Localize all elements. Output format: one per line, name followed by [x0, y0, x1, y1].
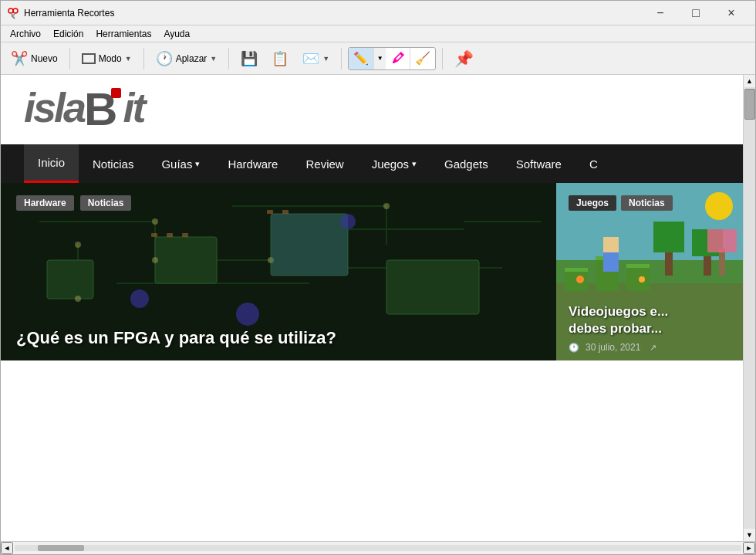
nav-juegos[interactable]: Juegos ▾: [358, 144, 430, 183]
site-logo-area: isla B it: [1, 75, 743, 144]
maximize-button[interactable]: □: [678, 1, 714, 25]
guias-arrow: ▾: [195, 159, 200, 169]
copy-button[interactable]: 📋: [266, 47, 294, 70]
close-button[interactable]: ×: [714, 1, 749, 25]
svg-line-3: [13, 13, 15, 15]
nav-inicio[interactable]: Inicio: [24, 144, 79, 183]
aplazar-label: Aplazar: [176, 53, 208, 64]
svg-rect-46: [653, 222, 684, 252]
article-side-title-text: Videojuegos e...debes probar...: [569, 304, 668, 336]
modo-button[interactable]: Modo ▼: [76, 50, 137, 67]
menu-archivo[interactable]: Archivo: [4, 27, 47, 41]
website-content: isla B it Inicio Noticias: [1, 75, 743, 541]
site-logo: isla B it: [24, 86, 143, 133]
logo-it: it: [123, 86, 143, 128]
title-bar-buttons: − □ ×: [643, 1, 749, 25]
app-icon: [7, 7, 19, 19]
svg-rect-26: [182, 233, 188, 237]
pen-tool-dropdown[interactable]: ▼: [373, 48, 386, 69]
svg-point-51: [576, 276, 584, 283]
menu-ayuda[interactable]: Ayuda: [157, 27, 196, 41]
svg-rect-17: [155, 237, 217, 283]
article-main[interactable]: Hardware Noticias ¿Qué es un FPGA y para…: [1, 183, 556, 360]
svg-point-34: [75, 296, 81, 302]
content-area: isla B it Inicio Noticias: [1, 75, 755, 541]
separator-1: [69, 48, 70, 69]
scroll-left-button[interactable]: ◄: [1, 542, 13, 554]
badge-noticias[interactable]: Noticias: [80, 195, 132, 211]
save-button[interactable]: 💾: [235, 47, 263, 70]
eraser-tool[interactable]: 🧹: [410, 48, 435, 69]
badge-noticias-side[interactable]: Noticias: [621, 195, 673, 211]
nuevo-button[interactable]: ✂️ Nuevo: [5, 47, 63, 70]
menu-edicion[interactable]: Edición: [47, 27, 89, 41]
highlighter-icon: 🖍: [392, 52, 404, 66]
separator-3: [228, 48, 229, 69]
svg-point-52: [639, 276, 645, 283]
aplazar-dropdown-arrow: ▼: [210, 55, 217, 63]
svg-rect-49: [603, 237, 619, 252]
pin-button[interactable]: 📌: [449, 46, 479, 71]
svg-rect-54: [707, 229, 737, 252]
svg-rect-44: [626, 264, 650, 268]
scroll-thumb-h[interactable]: [38, 545, 84, 551]
nav-software[interactable]: Software: [502, 144, 575, 183]
save-icon: 💾: [241, 50, 258, 67]
logo-isla: isla: [24, 86, 84, 128]
share-icon: ↗: [650, 343, 656, 353]
title-bar-text: Herramienta Recortes: [24, 8, 643, 19]
scroll-right-button[interactable]: ►: [743, 542, 755, 554]
article-side[interactable]: Juegos Noticias Videojuegos e...debes pr…: [556, 183, 743, 360]
email-icon: ✉️: [302, 50, 319, 67]
article-main-badges: Hardware Noticias: [16, 195, 131, 211]
window: Herramienta Recortes − □ × Archivo Edici…: [0, 0, 756, 555]
svg-rect-50: [603, 252, 619, 272]
scroll-down-button[interactable]: ▼: [744, 529, 756, 541]
email-button[interactable]: ✉️ ▼: [297, 47, 335, 70]
scroll-track-h[interactable]: [15, 545, 741, 551]
clock-icon: 🕐: [156, 50, 173, 67]
article-main-title-container: ¿Qué es un FPGA y para qué se utiliza?: [16, 328, 541, 348]
svg-rect-53: [719, 249, 725, 276]
nav-review[interactable]: Review: [292, 144, 357, 183]
scroll-track-v[interactable]: [744, 87, 755, 529]
nav-noticias[interactable]: Noticias: [79, 144, 147, 183]
highlighter-tool[interactable]: 🖍: [386, 48, 410, 69]
logo-b: B: [84, 86, 115, 133]
nav-hardware[interactable]: Hardware: [214, 144, 292, 183]
nav-more[interactable]: C: [575, 144, 612, 183]
separator-5: [442, 48, 443, 69]
pen-tool[interactable]: ✏️: [349, 48, 373, 69]
minimize-button[interactable]: −: [643, 1, 678, 25]
scroll-thumb-v[interactable]: [744, 89, 755, 120]
nav-guias[interactable]: Guías ▾: [147, 144, 214, 183]
menu-bar: Archivo Edición Herramientas Ayuda: [1, 25, 755, 42]
modo-label: Modo: [99, 53, 122, 64]
title-bar: Herramienta Recortes − □ ×: [1, 1, 755, 25]
eraser-icon: 🧹: [415, 51, 430, 66]
nuevo-label: Nuevo: [31, 53, 58, 64]
modo-icon: [82, 53, 96, 64]
svg-point-21: [130, 289, 149, 308]
badge-juegos[interactable]: Juegos: [569, 195, 616, 211]
svg-rect-28: [282, 210, 289, 214]
article-grid: Hardware Noticias ¿Qué es un FPGA y para…: [1, 183, 743, 360]
bottom-bar: ◄ ►: [1, 541, 755, 554]
svg-rect-19: [386, 260, 479, 314]
aplazar-button[interactable]: 🕐 Aplazar ▼: [150, 47, 223, 70]
nuevo-icon: ✂️: [11, 50, 28, 67]
menu-herramientas[interactable]: Herramientas: [89, 27, 157, 41]
svg-rect-43: [626, 264, 650, 291]
scroll-up-button[interactable]: ▲: [744, 75, 756, 87]
article-side-date: 30 julio, 2021: [586, 342, 640, 353]
badge-hardware[interactable]: Hardware: [16, 195, 74, 211]
calendar-icon: 🕐: [569, 343, 579, 353]
logo-red-square: [111, 88, 121, 98]
toolbar: ✂️ Nuevo Modo ▼ 🕐 Aplazar ▼ 💾 📋 ✉️: [1, 42, 755, 75]
svg-point-29: [152, 218, 158, 225]
site-navigation: Inicio Noticias Guías ▾ Hardware Review: [1, 144, 743, 183]
horizontal-scrollbar: ◄ ►: [1, 542, 755, 555]
nav-gadgets[interactable]: Gadgets: [430, 144, 502, 183]
vertical-scrollbar: ▲ ▼: [743, 75, 755, 541]
pin-icon: 📌: [454, 49, 474, 68]
